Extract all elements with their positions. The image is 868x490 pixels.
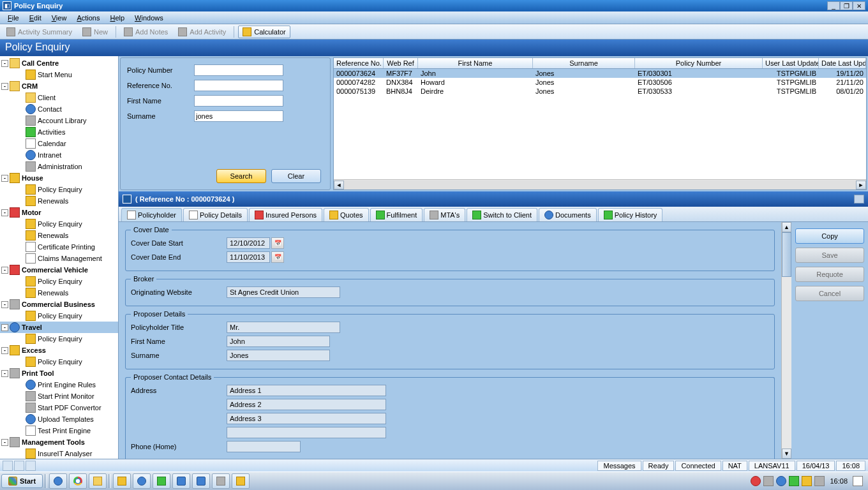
tab-policyholder[interactable]: Policyholder [121, 208, 182, 221]
first-name-input[interactable] [194, 95, 283, 107]
tree-node[interactable]: Client [0, 92, 118, 103]
table-row[interactable]: 0000075139BHN8J4DeirdreJonesET/030533TST… [334, 87, 866, 96]
tab-policy-history[interactable]: Policy History [598, 208, 663, 221]
copy-button[interactable]: Copy [795, 228, 864, 244]
taskbar-app[interactable] [192, 473, 210, 489]
maximize-detail-button[interactable] [854, 195, 864, 204]
tree-node[interactable]: InsureIT Analyser [0, 448, 118, 459]
taskbar-app[interactable] [172, 473, 190, 489]
tray-icon[interactable] [814, 476, 825, 486]
taskbar-app[interactable] [232, 473, 250, 489]
surname-input[interactable] [194, 110, 283, 122]
tree-node[interactable]: -Excess [0, 345, 118, 356]
tree-node[interactable]: Account Library [0, 115, 118, 126]
vertical-scrollbar[interactable]: ▲ ▼ [781, 222, 791, 459]
status-messages[interactable]: Messages [597, 461, 641, 471]
expand-icon[interactable]: - [1, 324, 8, 331]
tray-icon[interactable] [802, 476, 812, 486]
expand-icon[interactable]: - [1, 301, 8, 308]
requote-button[interactable]: Requote [795, 267, 864, 282]
tray-icon[interactable] [763, 476, 774, 486]
tree-node[interactable]: Renewals [0, 195, 118, 207]
taskbar-app[interactable] [113, 473, 131, 489]
tree-node[interactable]: -House [0, 172, 118, 184]
tree-node[interactable]: Print Engine Rules [0, 379, 118, 390]
tree-node[interactable]: Policy Enquiry [0, 218, 118, 230]
taskbar-app[interactable] [69, 473, 87, 489]
tab-documents[interactable]: Documents [539, 208, 597, 221]
tree-node[interactable]: Certificate Printing [0, 241, 118, 253]
calendar-icon[interactable]: 📅 [271, 251, 284, 263]
column-header[interactable]: Date Last Update [819, 58, 866, 68]
tree-node[interactable]: Test Print Engine [0, 425, 118, 436]
expand-icon[interactable]: - [1, 60, 8, 67]
tree-node[interactable]: Policy Enquiry [0, 310, 118, 322]
tree-node[interactable]: -Motor [0, 207, 118, 218]
tab-mta-s[interactable]: MTA's [424, 208, 465, 221]
menu-view[interactable]: View [47, 13, 72, 23]
status-icon[interactable] [14, 461, 24, 471]
tree-node[interactable]: Start Menu [0, 69, 118, 80]
tree-node[interactable]: Contact [0, 103, 118, 115]
menu-edit[interactable]: Edit [24, 13, 47, 23]
restore-button[interactable]: ❐ [840, 1, 853, 10]
minimize-button[interactable]: _ [827, 1, 840, 10]
tree-node[interactable]: Claims Management [0, 253, 118, 264]
expand-icon[interactable]: - [1, 209, 8, 216]
column-header[interactable]: First Name [418, 58, 533, 68]
tab-fulfilment[interactable]: Fulfilment [370, 208, 423, 221]
tree-node[interactable]: Policy Enquiry [0, 276, 118, 287]
tree-node[interactable]: Policy Enquiry [0, 184, 118, 195]
tree-node[interactable]: -CRM [0, 80, 118, 92]
column-header[interactable]: Reference No. [334, 58, 384, 68]
tree-node[interactable]: -Print Tool [0, 368, 118, 379]
close-button[interactable]: ✕ [853, 1, 865, 10]
taskbar-clock[interactable]: 16:08 [827, 477, 850, 485]
horizontal-scrollbar[interactable]: ◄ ► [334, 179, 866, 189]
tray-icon[interactable] [751, 476, 761, 486]
scroll-up-icon[interactable]: ▲ [782, 222, 791, 232]
tree-node[interactable]: -Travel [0, 322, 118, 333]
taskbar-app[interactable] [212, 473, 230, 489]
save-button[interactable]: Save [795, 248, 864, 263]
tree-node[interactable]: Start PDF Convertor [0, 402, 118, 413]
menu-windows[interactable]: Windows [130, 13, 168, 23]
tray-icon[interactable] [776, 476, 786, 486]
tab-policy-details[interactable]: Policy Details [183, 208, 248, 221]
tray-icon[interactable] [853, 476, 863, 486]
expand-icon[interactable]: - [1, 175, 8, 182]
status-icon[interactable] [26, 461, 36, 471]
tree-node[interactable]: Renewals [0, 287, 118, 299]
tree-node[interactable]: -Commercial Vehicle [0, 264, 118, 276]
menu-file[interactable]: File [3, 13, 24, 23]
tree-node[interactable]: Policy Enquiry [0, 333, 118, 345]
tab-quotes[interactable]: Quotes [324, 208, 368, 221]
taskbar-app[interactable] [89, 473, 107, 489]
tree-node[interactable]: Intranet [0, 149, 118, 161]
toolbar-add-activity[interactable]: Add Activity [174, 26, 230, 38]
expand-icon[interactable]: - [1, 370, 8, 377]
tree-node[interactable]: Calendar [0, 138, 118, 149]
taskbar-app[interactable] [49, 473, 67, 489]
start-button[interactable]: Start [1, 474, 43, 488]
tab-switch-to-client[interactable]: Switch to Client [467, 208, 537, 221]
tree-node[interactable]: Activities [0, 126, 118, 138]
calendar-icon[interactable]: 📅 [271, 237, 284, 249]
table-row[interactable]: 0000074282DNX384HowardJonesET/030506TSTP… [334, 78, 866, 87]
column-header[interactable]: Policy Number [635, 58, 763, 68]
search-button[interactable]: Search [216, 169, 266, 183]
toolbar-new[interactable]: New [79, 26, 112, 38]
tree-node[interactable]: -Call Centre [0, 57, 118, 69]
status-icon[interactable] [3, 461, 13, 471]
scroll-right-icon[interactable]: ► [856, 181, 866, 189]
tree-node[interactable]: Renewals [0, 230, 118, 241]
toolbar-activity-summary[interactable]: Activity Summary [3, 26, 76, 38]
table-row[interactable]: 0000073624MF37F7JohnJonesET/030301TSTPGM… [334, 69, 866, 78]
column-header[interactable]: Surname [533, 58, 635, 68]
tree-node[interactable]: -Commercial Business [0, 299, 118, 310]
scroll-thumb[interactable] [782, 232, 791, 277]
tree-node[interactable]: -Management Tools [0, 436, 118, 448]
scroll-down-icon[interactable]: ▼ [782, 449, 791, 459]
clear-button[interactable]: Clear [271, 169, 321, 183]
tab-insured-persons[interactable]: Insured Persons [249, 208, 322, 221]
